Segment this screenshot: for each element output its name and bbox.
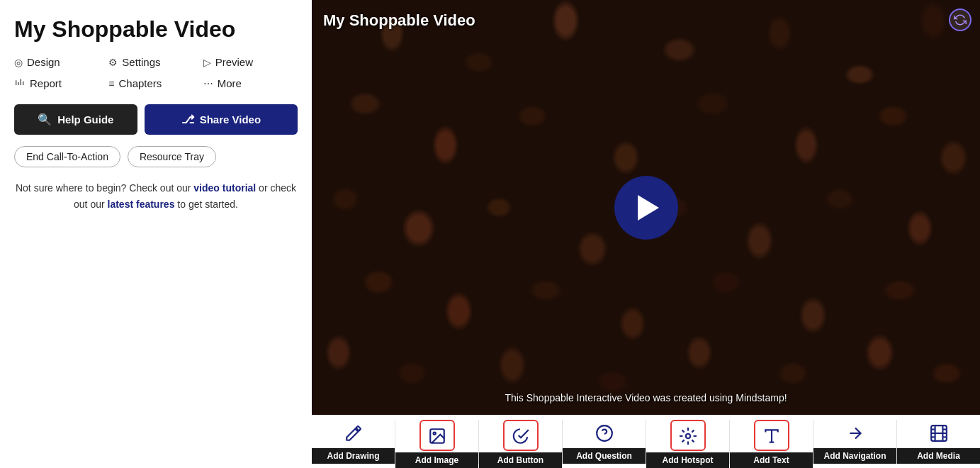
toolbar-navigation[interactable]: Add Navigation <box>813 416 896 468</box>
preview-icon: ▷ <box>203 57 211 68</box>
toolbar-drawing[interactable]: Add Drawing <box>312 416 395 468</box>
text-label: Add Text <box>730 452 813 468</box>
video-caption: This Shoppable Interactive Video was cre… <box>312 392 980 403</box>
toolbar-text[interactable]: Add Text <box>730 416 813 468</box>
nav-preview[interactable]: ▷ Preview <box>203 56 298 68</box>
toolbar-button[interactable]: Add Button <box>479 416 562 468</box>
help-guide-label: Help Guide <box>57 113 113 126</box>
video-container[interactable]: My Shoppable Video This Shoppable Intera… <box>312 0 980 415</box>
nav-settings-label: Settings <box>122 56 160 68</box>
svg-point-8 <box>685 434 690 439</box>
sidebar: My Shoppable Video ◎ Design ⚙ Settings ▷… <box>0 0 312 468</box>
share-icon: ⎇ <box>181 113 194 126</box>
share-video-label: Share Video <box>200 113 261 126</box>
media-icon <box>923 416 955 448</box>
tag-buttons: End Call-To-Action Resource Tray <box>14 146 298 167</box>
action-buttons: 🔍 Help Guide ⎇ Share Video <box>14 104 298 135</box>
search-icon: 🔍 <box>38 113 52 126</box>
button-label: Add Button <box>479 452 562 468</box>
video-title: My Shoppable Video <box>323 11 475 30</box>
play-button[interactable] <box>614 176 678 240</box>
chapters-icon: ≡ <box>108 78 114 89</box>
design-icon: ◎ <box>14 57 23 68</box>
toolbar-question[interactable]: Add Question <box>563 416 646 468</box>
text-icon <box>754 420 789 451</box>
hotspot-label: Add Hotspot <box>646 452 729 468</box>
nav-report-label: Report <box>30 77 62 89</box>
image-icon <box>419 420 455 451</box>
nav-settings[interactable]: ⚙ Settings <box>108 56 203 68</box>
media-label: Add Media <box>897 448 980 464</box>
toolbar: Add Drawing Add Image Add Button <box>312 415 980 468</box>
nav-design-label: Design <box>27 56 60 68</box>
nav-report[interactable]: Report <box>14 77 108 90</box>
page-title: My Shoppable Video <box>14 17 298 42</box>
more-icon: ⋯ <box>203 78 213 89</box>
nav-chapters[interactable]: ≡ Chapters <box>108 77 203 90</box>
nav-chapters-label: Chapters <box>119 77 162 89</box>
toolbar-hotspot[interactable]: Add Hotspot <box>646 416 729 468</box>
video-tutorial-link[interactable]: video tutorial <box>193 182 256 194</box>
nav-design[interactable]: ◎ Design <box>14 56 108 68</box>
nav-grid: ◎ Design ⚙ Settings ▷ Preview Report ≡ C… <box>14 56 298 90</box>
navigation-label: Add Navigation <box>813 448 896 464</box>
report-icon <box>14 77 26 90</box>
navigation-icon <box>839 416 872 448</box>
hotspot-icon <box>670 420 706 451</box>
nav-more-label: More <box>218 77 242 89</box>
help-guide-button[interactable]: 🔍 Help Guide <box>14 104 137 135</box>
settings-icon: ⚙ <box>108 57 118 68</box>
button-icon <box>503 420 539 451</box>
main-layout: My Shoppable Video ◎ Design ⚙ Settings ▷… <box>0 0 980 468</box>
nav-preview-label: Preview <box>215 56 253 68</box>
question-label: Add Question <box>563 448 646 464</box>
resource-tray-button[interactable]: Resource Tray <box>128 146 216 167</box>
help-text: Not sure where to begin? Check out our v… <box>14 180 298 212</box>
right-panel: My Shoppable Video This Shoppable Intera… <box>312 0 980 468</box>
latest-features-link[interactable]: latest features <box>108 199 175 210</box>
question-icon <box>588 416 621 448</box>
toolbar-media[interactable]: Add Media <box>897 416 980 468</box>
drawing-icon <box>337 416 370 448</box>
svg-point-5 <box>433 433 435 435</box>
share-video-button[interactable]: ⎇ Share Video <box>145 104 298 135</box>
drawing-label: Add Drawing <box>312 448 395 464</box>
image-label: Add Image <box>395 452 478 468</box>
nav-more[interactable]: ⋯ More <box>203 77 298 90</box>
toolbar-image[interactable]: Add Image <box>395 416 478 468</box>
end-cta-button[interactable]: End Call-To-Action <box>14 146 120 167</box>
play-icon <box>638 195 659 221</box>
refresh-icon <box>949 9 971 31</box>
